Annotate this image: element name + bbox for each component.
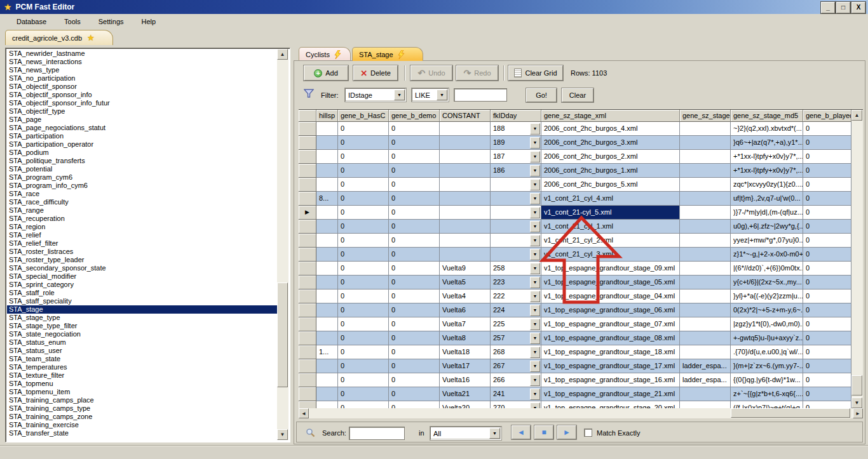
match-exactly-checkbox[interactable] (584, 429, 592, 437)
sidebar-item[interactable]: STA_state_negociation (7, 330, 277, 338)
cell-gene_b_played[interactable]: 0 (803, 345, 851, 359)
cell-gene_sz_stage_xml[interactable]: v1_top_espagne_grandtour_stage_17.xml (541, 359, 680, 373)
row-header[interactable] (299, 345, 316, 359)
fkIDday-dropdown-icon[interactable]: ▼ (530, 347, 540, 358)
sidebar-item[interactable]: STA_participation (7, 132, 277, 140)
cell-fkIDday[interactable]: ▼ (491, 206, 541, 220)
fkIDday-dropdown-icon[interactable]: ▼ (530, 193, 540, 204)
minimize-button[interactable]: _ (821, 2, 835, 13)
cell-hillsp[interactable] (316, 317, 338, 331)
cell-gene_b_demo[interactable]: 0 (389, 136, 440, 150)
filter-value-input[interactable] (454, 88, 507, 102)
cell-gene_sz_stage[interactable] (680, 220, 731, 234)
sidebar-item[interactable]: STA_sprint_category (7, 281, 277, 289)
filter-field-select[interactable]: IDstage ▼ (345, 88, 406, 102)
cell-hillsp[interactable] (316, 387, 338, 401)
fkIDday-dropdown-icon[interactable]: ▼ (530, 179, 540, 190)
fkIDday-dropdown-icon[interactable]: ▼ (530, 221, 540, 232)
cell-fkIDday[interactable]: 267▼ (491, 359, 541, 373)
col-header-CONSTANT[interactable]: CONSTANT (440, 110, 491, 122)
cell-gene_sz_stage_xml[interactable]: 2006_cont_2hc_burgos_1.xml (541, 164, 680, 178)
cell-CONSTANT[interactable] (440, 150, 491, 164)
cell-fkIDday[interactable]: 257▼ (491, 331, 541, 345)
cell-gene_b_demo[interactable]: 0 (389, 317, 440, 331)
fkIDday-dropdown-icon[interactable]: ▼ (530, 151, 540, 163)
sidebar-item[interactable]: STA_team_state (7, 355, 277, 363)
cell-gene_b_played[interactable]: 0 (803, 150, 851, 164)
scroll-up-icon[interactable]: ▲ (851, 110, 862, 121)
cell-gene_sz_stage_md5[interactable]: uf|t}m}.,2v,q7-u|'w(0... (731, 192, 803, 206)
cell-gene_sz_stage_md5[interactable]: ~}2}(q2,xxl).xbvtxd*(... (731, 122, 803, 136)
cell-gene_sz_stage_md5[interactable]: yyez|+mw/*g*,07yu}0... (731, 234, 803, 248)
cell-fkIDday[interactable]: 241▼ (491, 387, 541, 401)
filter-operator-select[interactable]: LIKE ▼ (412, 88, 449, 102)
sidebar-item[interactable]: STA_topmenu_item (7, 388, 277, 396)
cell-gene_sz_stage_md5[interactable]: +*1xx-l}tpfy+x0v}y7*,... (731, 150, 803, 164)
cell-gene_b_played[interactable]: 0 (803, 359, 851, 373)
cell-gene_sz_stage_xml[interactable]: v1_top_espagne_grandtour_stage_20.xml (541, 401, 680, 408)
cell-gene_sz_stage[interactable] (680, 234, 731, 248)
cell-gene_b_played[interactable]: 0 (803, 331, 851, 345)
cell-gene_sz_stage[interactable] (680, 317, 731, 331)
sidebar-item[interactable]: STA_potential (7, 165, 277, 173)
row-header[interactable] (299, 178, 316, 192)
sidebar-item[interactable]: STA_objectif_sponsor_info_futur (7, 99, 277, 107)
sidebar-item[interactable]: STA_roster_type_leader (7, 256, 277, 264)
cell-gene_b_HasC[interactable]: 0 (338, 276, 389, 289)
cell-gene_sz_stage_md5[interactable]: |zgz}y1*t{0),-dw0,m0)... (731, 317, 803, 331)
scroll-down-icon[interactable]: ▼ (277, 429, 288, 440)
chevron-down-icon[interactable]: ▼ (489, 428, 500, 439)
row-header[interactable]: ▶ (299, 206, 316, 220)
sidebar-item[interactable]: STA_page_negociations_statut (7, 124, 277, 132)
cell-gene_b_HasC[interactable]: 0 (338, 359, 389, 373)
cell-fkIDday[interactable]: 258▼ (491, 262, 541, 276)
cell-fkIDday[interactable]: 225▼ (491, 317, 541, 331)
cell-gene_sz_stage_xml[interactable]: v1_cont_21_cyl_3.xml (541, 248, 680, 262)
cell-gene_b_demo[interactable]: 0 (389, 359, 440, 373)
cell-hillsp[interactable] (316, 401, 338, 408)
col-header-fkIDday[interactable]: fkIDday (491, 110, 541, 122)
cell-gene_b_played[interactable]: 0 (803, 234, 851, 248)
row-header[interactable] (299, 373, 316, 387)
cell-fkIDday[interactable]: 189▼ (491, 136, 541, 150)
cell-gene_b_demo[interactable]: 0 (389, 178, 440, 192)
menu-database[interactable]: Database (8, 16, 55, 27)
cell-gene_sz_stage_xml[interactable]: 2006_cont_2hc_burgos_5.xml (541, 178, 680, 192)
cell-gene_sz_stage[interactable] (680, 178, 731, 192)
row-header[interactable] (299, 164, 316, 178)
cell-gene_b_demo[interactable]: 0 (389, 289, 440, 303)
cell-gene_sz_stage_xml[interactable]: v1_top_espagne_grandtour_stage_09.xml (541, 262, 680, 276)
scroll-up-icon[interactable]: ▲ (277, 49, 288, 60)
fkIDday-dropdown-icon[interactable]: ▼ (530, 137, 540, 149)
delete-button[interactable]: ✕ Delete (353, 65, 398, 81)
cell-gene_b_played[interactable]: 0 (803, 136, 851, 150)
sidebar-item[interactable]: STA_relief (7, 231, 277, 239)
cell-gene_sz_stage_xml[interactable]: 2006_cont_2hc_burgos_2.xml (541, 150, 680, 164)
fkIDday-dropdown-icon[interactable]: ▼ (530, 277, 540, 288)
cell-gene_sz_stage_md5[interactable]: +*1xx-l}tpfy+x0v}y7*,... (731, 164, 803, 178)
cell-fkIDday[interactable]: ▼ (491, 248, 541, 262)
cell-CONSTANT[interactable] (440, 178, 491, 192)
sidebar-item[interactable]: STA_program_cym6 (7, 173, 277, 182)
grid-vscrollbar[interactable]: ▲ ▼ (851, 110, 863, 408)
cell-gene_b_HasC[interactable]: 0 (338, 373, 389, 387)
cell-gene_b_demo[interactable]: 0 (389, 164, 440, 178)
cell-gene_sz_stage_md5[interactable]: 0(2x)*2|~+5-z+m-y,6~... (731, 303, 803, 317)
fkIDday-dropdown-icon[interactable]: ▼ (530, 389, 540, 400)
cell-CONSTANT[interactable] (440, 234, 491, 248)
cell-gene_b_demo[interactable]: 0 (389, 122, 440, 136)
cell-gene_b_demo[interactable]: 0 (389, 276, 440, 289)
fkIDday-dropdown-icon[interactable]: ▼ (530, 305, 540, 316)
undo-button[interactable]: ↶ Undo (410, 65, 452, 81)
cell-hillsp[interactable] (316, 373, 338, 387)
cell-gene_sz_stage_md5[interactable]: .{70}/d{u,e.u00,|q`wl/... (731, 345, 803, 359)
cell-gene_b_demo[interactable]: 0 (389, 303, 440, 317)
fkIDday-dropdown-icon[interactable]: ▼ (530, 235, 540, 246)
cell-hillsp[interactable] (316, 178, 338, 192)
sidebar-item[interactable]: STA_training_camps_zone (7, 413, 277, 421)
cell-gene_sz_stage_md5[interactable]: u0g),+6|.zfz~|2wy*g,{... (731, 220, 803, 234)
cell-gene_sz_stage_xml[interactable]: v1_top_espagne_grandtour_stage_06.xml (541, 303, 680, 317)
cell-hillsp[interactable]: 1... (316, 345, 338, 359)
sidebar-item[interactable]: STA_stage_type (7, 314, 277, 322)
cell-gene_b_played[interactable]: 0 (803, 373, 851, 387)
